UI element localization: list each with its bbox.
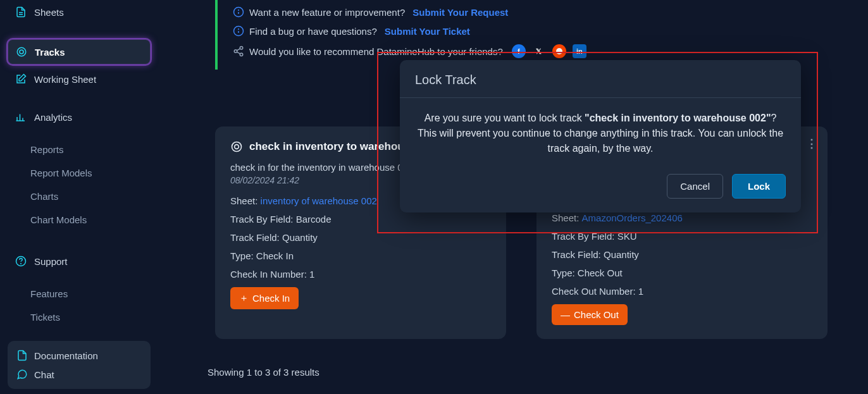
track-icon (16, 46, 27, 58)
svg-line-19 (237, 49, 240, 51)
linkedin-icon[interactable]: in (573, 44, 586, 58)
card-track-field: Track Field: Quantity (230, 232, 491, 243)
banner-text: Would you like to recommend DatamineHub … (249, 46, 503, 57)
svg-point-22 (232, 142, 242, 152)
lock-track-modal: Lock Track Are you sure you want to lock… (400, 60, 801, 212)
banner-row-recommend: Would you like to recommend DatamineHub … (233, 40, 843, 62)
svg-line-20 (237, 52, 240, 54)
modal-body: Are you sure you want to lock track "che… (400, 98, 801, 169)
banner-row-feature: Want a new feature or improvement? Submi… (233, 3, 843, 22)
sidebar-item-documentation[interactable]: Documentation (15, 346, 143, 365)
sidebar: Sheets Tracks Working Sheet Analytics Re… (0, 0, 158, 394)
sidebar-label: Sheets (34, 7, 64, 18)
card-track-by: Track By Field: SKU (552, 231, 812, 242)
banner-text: Want a new feature or improvement? (249, 7, 405, 18)
sidebar-label: Tracks (35, 47, 65, 58)
lock-button[interactable]: Lock (732, 174, 786, 199)
sidebar-item-tracks[interactable]: Tracks (8, 39, 151, 65)
card-type: Type: Check In (230, 250, 491, 261)
sidebar-item-reports[interactable]: Reports (8, 138, 151, 161)
svg-point-9 (21, 263, 22, 264)
sidebar-item-chat[interactable]: Chat (15, 365, 143, 384)
sheet-link[interactable]: inventory of warehouse 002 (261, 195, 377, 206)
svg-point-15 (239, 29, 239, 30)
document-icon (16, 350, 28, 361)
card-number: Check In Number: 1 (230, 269, 491, 280)
edit-icon (15, 73, 27, 85)
info-icon (233, 25, 244, 37)
facebook-icon[interactable]: f (512, 44, 526, 58)
sidebar-item-report-models[interactable]: Report Models (8, 161, 151, 185)
sidebar-item-tickets[interactable]: Tickets (8, 305, 151, 329)
check-in-button[interactable]: ＋ Check In (230, 287, 299, 309)
submit-request-link[interactable]: Submit Your Request (412, 7, 508, 18)
plus-icon: ＋ (239, 292, 249, 304)
help-icon (15, 255, 27, 267)
track-icon (230, 140, 243, 153)
card-type: Type: Check Out (552, 268, 812, 278)
footer-label: Documentation (34, 350, 98, 361)
cancel-button[interactable]: Cancel (667, 174, 723, 199)
share-icon (233, 46, 244, 57)
chat-icon (16, 369, 28, 380)
modal-title: Lock Track (415, 73, 786, 87)
sidebar-label: Support (34, 256, 68, 267)
sidebar-item-chart-models[interactable]: Chart Models (8, 208, 151, 231)
card-sheet: Sheet: AmazonOrders_202406 (552, 212, 812, 223)
card-number: Check Out Number: 1 (552, 286, 812, 297)
card-track-by: Track By Field: Barcode (230, 214, 491, 225)
social-icons: f 𝕏 in (512, 44, 586, 58)
svg-point-16 (240, 47, 243, 50)
modal-footer: Cancel Lock (400, 169, 801, 212)
sidebar-item-working-sheet[interactable]: Working Sheet (8, 67, 151, 91)
sidebar-item-charts[interactable]: Charts (8, 185, 151, 208)
card-menu-icon[interactable]: ⋮ (806, 137, 817, 151)
info-icon (233, 6, 244, 18)
sheet-link[interactable]: AmazonOrders_202406 (582, 212, 683, 223)
minus-icon: — (561, 309, 570, 320)
sidebar-item-features[interactable]: Features (8, 282, 151, 305)
modal-header: Lock Track (400, 60, 801, 98)
svg-point-23 (235, 145, 239, 149)
banner-text: Find a bug or have questions? (249, 26, 377, 37)
card-track-field: Track Field: Quantity (552, 249, 812, 260)
svg-point-12 (239, 10, 239, 11)
sidebar-label: Working Sheet (34, 74, 96, 85)
sidebar-item-analytics[interactable]: Analytics (8, 105, 151, 129)
svg-point-3 (20, 50, 23, 54)
svg-point-2 (17, 47, 26, 56)
sidebar-item-sheets[interactable]: Sheets (8, 0, 151, 24)
analytics-icon (15, 111, 27, 123)
footer-label: Chat (34, 369, 54, 380)
submit-ticket-link[interactable]: Submit Your Ticket (385, 26, 470, 37)
sidebar-item-support[interactable]: Support (8, 249, 151, 273)
sheet-icon (15, 6, 27, 18)
reddit-icon[interactable] (552, 44, 566, 58)
banner-row-bug: Find a bug or have questions? Submit You… (233, 22, 843, 40)
x-icon[interactable]: 𝕏 (532, 44, 546, 58)
results-count: Showing 1 to 3 of 3 results (208, 367, 319, 378)
svg-point-18 (240, 53, 243, 56)
svg-point-21 (556, 48, 562, 54)
check-out-button[interactable]: — Check Out (552, 304, 628, 325)
svg-point-17 (234, 50, 237, 53)
sidebar-label: Analytics (34, 112, 72, 123)
sidebar-footer: Documentation Chat (8, 341, 151, 389)
info-banner: Want a new feature or improvement? Submi… (215, 0, 843, 70)
